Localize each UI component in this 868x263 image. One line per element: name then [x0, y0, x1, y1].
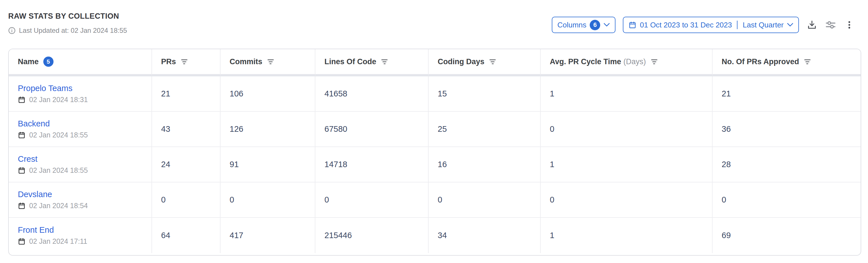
column-label-suffix: (Days) [623, 57, 646, 66]
cell-coding-days: 34 [429, 218, 541, 253]
last-updated: Last Updated at: 02 Jan 2024 18:55 [8, 27, 127, 34]
column-label: PRs [161, 57, 176, 66]
cell-name: Backend 02 Jan 2024 18:55 [9, 112, 152, 147]
cell-prs-approved: 21 [713, 76, 861, 112]
cell-lines-of-code: 215446 [315, 218, 429, 253]
cell-coding-days: 25 [429, 112, 541, 147]
filter-icon[interactable] [381, 59, 388, 64]
calendar-icon [18, 202, 26, 209]
settings-sliders-button[interactable] [825, 19, 836, 31]
collection-link[interactable]: Propelo Teams [18, 84, 72, 93]
date-range-divider [737, 21, 738, 29]
cell-commits: 0 [221, 183, 315, 218]
calendar-icon [18, 131, 26, 139]
table-row: Backend 02 Jan 2024 18:55 43 126 67580 2… [9, 112, 861, 147]
row-updated-at: 02 Jan 2024 18:31 [29, 96, 88, 104]
collection-link[interactable]: Crest [18, 155, 37, 164]
cell-prs-approved: 36 [713, 112, 861, 147]
cell-coding-days: 0 [429, 183, 541, 218]
toolbar: Columns 6 01 Oct 2023 to 31 Dec 2023 Las… [552, 17, 855, 33]
collection-link[interactable]: Backend [18, 119, 50, 128]
column-header-coding-days: Coding Days [429, 49, 541, 76]
chevron-down-icon [787, 23, 793, 27]
column-header-commits: Commits [221, 49, 315, 76]
table-row: Propelo Teams 02 Jan 2024 18:31 21 106 4… [9, 76, 861, 112]
cell-prs: 43 [152, 112, 221, 147]
column-label: Avg. PR Cycle Time [550, 57, 621, 66]
filter-icon[interactable] [268, 59, 274, 64]
column-header-avg-pr-cycle-time: Avg. PR Cycle Time (Days) [541, 49, 713, 76]
cell-avg-pr-cycle-time: 1 [541, 76, 713, 112]
cell-commits: 91 [221, 147, 315, 183]
cell-commits: 126 [221, 112, 315, 147]
date-range-button[interactable]: 01 Oct 2023 to 31 Dec 2023 Last Quarter [623, 17, 799, 33]
column-header-name: Name 5 [9, 49, 152, 76]
info-icon [8, 27, 16, 34]
cell-prs-approved: 0 [713, 183, 861, 218]
calendar-icon [18, 237, 26, 245]
cell-prs: 0 [152, 183, 221, 218]
chevron-down-icon [603, 23, 610, 27]
cell-commits: 417 [221, 218, 315, 253]
column-label: Coding Days [438, 57, 485, 66]
table-row: Crest 02 Jan 2024 18:55 24 91 14718 16 1… [9, 147, 861, 183]
download-icon [807, 20, 817, 30]
more-options-button[interactable] [844, 19, 855, 31]
table-row: Front End 02 Jan 2024 17:11 64 417 21544… [9, 218, 861, 253]
raw-stats-table: Name 5 PRs Commits Lines Of Code [8, 48, 861, 256]
columns-button-label: Columns [557, 21, 587, 29]
cell-prs: 21 [152, 76, 221, 112]
sliders-icon [825, 20, 836, 30]
row-updated-at: 02 Jan 2024 17:11 [29, 237, 87, 245]
columns-button[interactable]: Columns 6 [552, 17, 616, 33]
cell-lines-of-code: 0 [315, 183, 429, 218]
cell-lines-of-code: 67580 [315, 112, 429, 147]
cell-commits: 106 [221, 76, 315, 112]
cell-avg-pr-cycle-time: 0 [541, 112, 713, 147]
cell-name: Devslane 02 Jan 2024 18:54 [9, 183, 152, 218]
calendar-icon [628, 21, 637, 29]
collection-link[interactable]: Devslane [18, 190, 52, 199]
calendar-icon [18, 96, 26, 103]
table-row: Devslane 02 Jan 2024 18:54 0 0 0 0 0 0 [9, 183, 861, 218]
column-label: Lines Of Code [324, 57, 376, 66]
column-label: No. Of PRs Approved [722, 57, 799, 66]
filter-icon[interactable] [651, 59, 657, 64]
collection-count-badge: 5 [43, 57, 54, 67]
column-label: Commits [229, 57, 262, 66]
cell-avg-pr-cycle-time: 0 [541, 183, 713, 218]
table-header-row: Name 5 PRs Commits Lines Of Code [9, 49, 861, 76]
cell-lines-of-code: 14718 [315, 147, 429, 183]
columns-count-badge: 6 [590, 20, 600, 30]
cell-prs-approved: 28 [713, 147, 861, 183]
date-preset-label: Last Quarter [743, 21, 784, 29]
calendar-icon [18, 167, 26, 174]
filter-icon[interactable] [804, 59, 810, 64]
cell-coding-days: 15 [429, 76, 541, 112]
row-updated-at: 02 Jan 2024 18:55 [29, 131, 88, 139]
kebab-menu-icon [844, 20, 854, 30]
cell-lines-of-code: 41658 [315, 76, 429, 112]
row-updated-at: 02 Jan 2024 18:54 [29, 202, 88, 210]
last-updated-text: Last Updated at: 02 Jan 2024 18:55 [19, 27, 127, 34]
download-button[interactable] [806, 19, 817, 31]
cell-prs: 24 [152, 147, 221, 183]
filter-icon[interactable] [490, 59, 496, 64]
cell-coding-days: 16 [429, 147, 541, 183]
cell-avg-pr-cycle-time: 1 [541, 218, 713, 253]
cell-name: Propelo Teams 02 Jan 2024 18:31 [9, 76, 152, 112]
page-title: RAW STATS BY COLLECTION [8, 12, 119, 21]
filter-icon[interactable] [181, 59, 187, 64]
cell-avg-pr-cycle-time: 1 [541, 147, 713, 183]
cell-prs-approved: 69 [713, 218, 861, 253]
date-range-text: 01 Oct 2023 to 31 Dec 2023 [640, 21, 732, 29]
column-header-prs: PRs [152, 49, 221, 76]
row-updated-at: 02 Jan 2024 18:55 [29, 166, 88, 174]
column-header-lines-of-code: Lines Of Code [315, 49, 429, 76]
collection-link[interactable]: Front End [18, 225, 54, 235]
column-header-prs-approved: No. Of PRs Approved [713, 49, 861, 76]
column-label: Name [18, 57, 39, 66]
cell-name: Front End 02 Jan 2024 17:11 [9, 218, 152, 253]
cell-name: Crest 02 Jan 2024 18:55 [9, 147, 152, 183]
cell-prs: 64 [152, 218, 221, 253]
